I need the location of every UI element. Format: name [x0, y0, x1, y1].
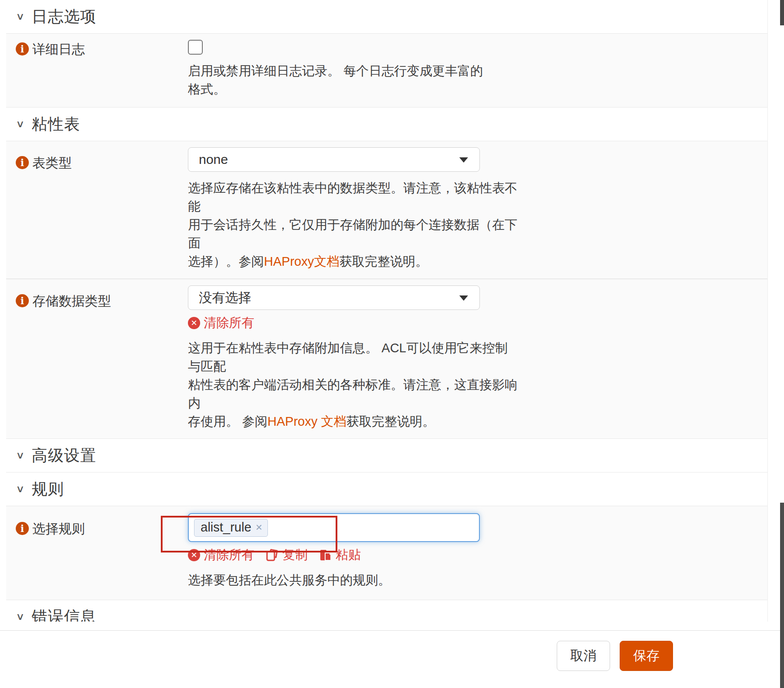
section-header-stick-table: ∨ 粘性表 — [6, 108, 767, 141]
clear-all-label: 清除所有 — [204, 314, 254, 332]
verbose-logging-checkbox[interactable] — [188, 40, 203, 55]
help-text: 选择要包括在此公共服务中的规则。 — [188, 571, 518, 589]
rule-tag-label: alist_rule — [201, 520, 251, 535]
row-select-rules: i 选择规则 alist_rule × ✕ 清除所有 — [6, 506, 767, 600]
clear-all-link[interactable]: ✕ 清除所有 — [188, 314, 254, 332]
clear-all-link[interactable]: ✕ 清除所有 — [188, 546, 254, 564]
help-post: 获取完整说明。 — [339, 254, 428, 268]
copy-icon — [266, 549, 279, 562]
clear-all-label: 清除所有 — [204, 546, 254, 564]
caret-down-icon — [459, 157, 468, 163]
chevron-down-icon[interactable]: ∨ — [16, 612, 25, 622]
chevron-down-icon[interactable]: ∨ — [16, 484, 25, 494]
paste-icon — [319, 549, 332, 562]
field-label: 存储数据类型 — [32, 292, 111, 310]
row-stored-data-type: i 存储数据类型 没有选择 ✕ 清除所有 这用于在粘性表中存储附加信息。 ACL… — [6, 279, 767, 439]
section-title: 日志选项 — [32, 6, 97, 28]
section-header-rules: ∨ 规则 — [6, 473, 767, 506]
paste-label: 粘贴 — [336, 546, 361, 564]
help-text: 启用或禁用详细日志记录。 每个日志行变成更丰富的 格式。 — [188, 62, 518, 98]
save-button[interactable]: 保存 — [620, 641, 673, 671]
field-label: 详细日志 — [32, 41, 85, 58]
help-post: 获取完整说明。 — [347, 414, 435, 428]
caret-down-icon — [459, 295, 468, 301]
dialog-footer: 取消 保存 — [0, 622, 784, 688]
haproxy-doc-link[interactable]: HAProxy 文档 — [267, 414, 346, 428]
rules-multiselect-input[interactable]: alist_rule × — [188, 513, 480, 542]
info-icon[interactable]: i — [16, 294, 29, 307]
selected-rule-tag: alist_rule × — [194, 519, 268, 537]
row-table-type: i 表类型 none 选择应存储在该粘性表中的数据类型。请注意，该粘性表不能 用… — [6, 141, 767, 279]
info-icon[interactable]: i — [16, 42, 29, 56]
field-label: 表类型 — [32, 154, 72, 172]
scrollbar-thumb[interactable] — [780, 503, 784, 688]
haproxy-doc-link[interactable]: HAProxy文档 — [264, 254, 339, 268]
paste-link[interactable]: 粘贴 — [319, 546, 361, 564]
remove-tag-icon[interactable]: × — [256, 521, 262, 534]
field-label: 选择规则 — [32, 520, 85, 538]
footer-divider — [0, 630, 784, 631]
scrollbar-fragment-top — [780, 0, 784, 25]
table-type-select[interactable]: none — [188, 147, 480, 172]
section-title: 高级设置 — [32, 445, 97, 466]
settings-form-panel: ∨ 日志选项 i 详细日志 启用或禁用详细日志记录。 每个日志行变成更丰富的 格… — [6, 0, 768, 688]
times-circle-icon: ✕ — [188, 549, 200, 561]
times-circle-icon: ✕ — [188, 317, 200, 329]
chevron-down-icon[interactable]: ∨ — [16, 119, 25, 129]
chevron-down-icon[interactable]: ∨ — [16, 451, 25, 460]
selected-value: none — [199, 152, 228, 167]
copy-label: 复制 — [282, 546, 308, 564]
help-text: 选择应存储在该粘性表中的数据类型。请注意，该粘性表不能 用于会话持久性，它仅用于… — [188, 179, 518, 271]
selected-value: 没有选择 — [199, 289, 251, 307]
chevron-down-icon[interactable]: ∨ — [16, 12, 25, 21]
copy-link[interactable]: 复制 — [266, 546, 308, 564]
stored-data-type-select[interactable]: 没有选择 — [188, 285, 480, 310]
cancel-button[interactable]: 取消 — [557, 641, 610, 671]
info-icon[interactable]: i — [16, 156, 29, 169]
info-icon[interactable]: i — [16, 522, 29, 535]
section-title: 规则 — [32, 479, 64, 500]
section-title: 粘性表 — [32, 114, 80, 135]
help-text: 这用于在粘性表中存储附加信息。 ACL可以使用它来控制与匹配 粘性表的客户端活动… — [188, 339, 518, 431]
section-header-log-options: ∨ 日志选项 — [6, 0, 767, 33]
section-header-advanced: ∨ 高级设置 — [6, 439, 767, 472]
row-verbose-logging: i 详细日志 启用或禁用详细日志记录。 每个日志行变成更丰富的 格式。 — [6, 33, 767, 108]
